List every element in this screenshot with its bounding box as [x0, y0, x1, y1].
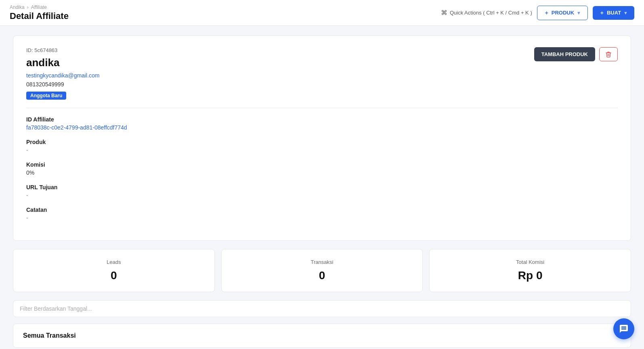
url-tujuan-value: -	[26, 192, 618, 199]
semua-transaksi-title: Semua Transaksi	[23, 332, 621, 339]
komisi-label: Komisi	[26, 161, 618, 168]
catatan-label: Catatan	[26, 207, 618, 213]
produk-label: Produk	[26, 139, 618, 145]
transaksi-label: Transaksi	[230, 259, 415, 265]
id-affiliate-label: ID Affiliate	[26, 116, 618, 123]
transaksi-value: 0	[230, 269, 415, 282]
total-komisi-stat-card: Total Komisi Rp 0	[429, 249, 631, 292]
header: Andika › Affiliate Detail Affiliate ⌘ Qu…	[0, 0, 644, 26]
breadcrumb-affiliate[interactable]: Affiliate	[31, 4, 47, 10]
produk-field: Produk -	[26, 139, 618, 153]
tambah-produk-button[interactable]: TAMBAH PRODUK	[534, 47, 595, 61]
header-right: ⌘ Quick Actions ( Ctrl + K / Cmd + K ) ＋…	[441, 6, 634, 20]
affiliate-id: ID: 5c674863	[26, 47, 100, 53]
anggota-baru-badge: Anggota Baru	[26, 92, 66, 100]
stats-row: Leads 0 Transaksi 0 Total Komisi Rp 0	[13, 249, 631, 292]
id-affiliate-field: ID Affiliate fa78038c-c0e2-4799-ad81-08e…	[26, 116, 618, 131]
url-tujuan-field: URL Tujuan -	[26, 184, 618, 199]
delete-button[interactable]	[599, 47, 618, 61]
breadcrumb-andika[interactable]: Andika	[10, 4, 25, 10]
semua-transaksi-card: Semua Transaksi	[13, 324, 631, 348]
leads-label: Leads	[21, 259, 206, 265]
header-left: Andika › Affiliate Detail Affiliate	[10, 4, 69, 21]
buat-plus-icon: ＋	[599, 9, 604, 17]
leads-stat-card: Leads 0	[13, 249, 215, 292]
produk-label: PRODUK	[552, 10, 574, 16]
chat-bubble-button[interactable]	[613, 318, 634, 339]
catatan-field: Catatan -	[26, 207, 618, 221]
produk-button[interactable]: ＋ PRODUK ▼	[537, 6, 588, 20]
affiliate-name: andika	[26, 56, 100, 69]
card-top: ID: 5c674863 andika testingkycandika@gma…	[26, 47, 618, 100]
produk-chevron-icon: ▼	[577, 10, 581, 15]
transaksi-stat-card: Transaksi 0	[221, 249, 423, 292]
quick-actions-label: Quick Actions ( Ctrl + K / Cmd + K )	[450, 10, 532, 16]
main-content: ID: 5c674863 andika testingkycandika@gma…	[0, 26, 644, 349]
card-info: ID: 5c674863 andika testingkycandika@gma…	[26, 47, 100, 100]
leads-value: 0	[21, 269, 206, 282]
chat-icon	[619, 324, 629, 334]
affiliate-email[interactable]: testingkycandika@gmail.com	[26, 72, 100, 79]
filter-bar	[13, 300, 631, 317]
quick-actions-icon: ⌘	[441, 9, 447, 17]
catatan-value: -	[26, 215, 618, 221]
total-komisi-value: Rp 0	[438, 269, 623, 282]
url-tujuan-label: URL Tujuan	[26, 184, 618, 190]
page-title: Detail Affiliate	[10, 11, 69, 21]
komisi-field: Komisi 0%	[26, 161, 618, 176]
buat-chevron-icon: ▼	[623, 10, 628, 15]
buat-button[interactable]: ＋ BUAT ▼	[593, 6, 634, 20]
trash-icon	[605, 51, 612, 58]
komisi-value: 0%	[26, 169, 618, 176]
produk-value: -	[26, 147, 618, 153]
breadcrumb: Andika › Affiliate	[10, 4, 69, 10]
quick-actions[interactable]: ⌘ Quick Actions ( Ctrl + K / Cmd + K )	[441, 9, 532, 17]
card-actions: TAMBAH PRODUK	[534, 47, 618, 61]
affiliate-phone: 081320549999	[26, 81, 100, 88]
produk-plus-icon: ＋	[544, 9, 549, 17]
divider	[26, 108, 618, 108]
affiliate-detail-card: ID: 5c674863 andika testingkycandika@gma…	[13, 36, 631, 241]
filter-date-input[interactable]	[20, 305, 624, 312]
breadcrumb-separator: ›	[27, 4, 29, 10]
total-komisi-label: Total Komisi	[438, 259, 623, 265]
buat-label: BUAT	[607, 10, 621, 16]
id-affiliate-value[interactable]: fa78038c-c0e2-4799-ad81-08effcdf774d	[26, 124, 618, 131]
